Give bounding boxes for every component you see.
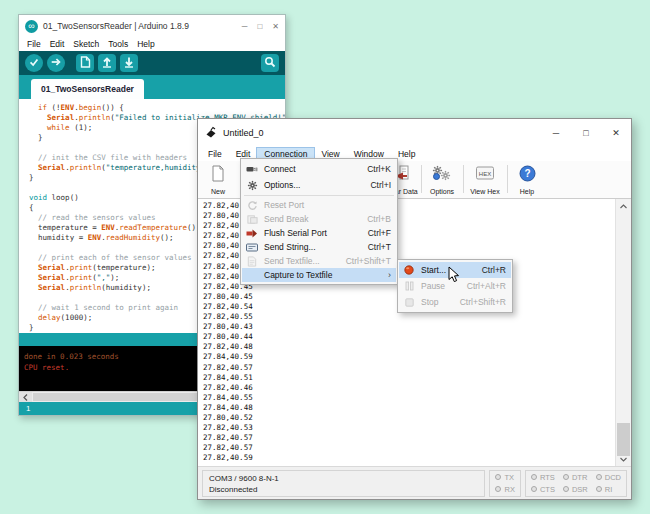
arduino-menu-file[interactable]: File bbox=[27, 39, 41, 49]
led-dot-icon bbox=[563, 474, 569, 480]
upload-button[interactable] bbox=[47, 54, 65, 72]
coolterm-app-icon bbox=[205, 124, 217, 142]
toolbar-button-view-hex[interactable]: HEXView Hex bbox=[465, 163, 505, 196]
menu-item-shortcut: Ctrl+T bbox=[368, 242, 391, 252]
code-line: if (!ENV.begin()) { bbox=[29, 103, 285, 113]
menu-item-label: Capture to Textfile bbox=[259, 270, 384, 280]
led-rx: RX bbox=[495, 485, 514, 494]
save-sketch-button[interactable] bbox=[120, 54, 138, 72]
led-label: RI bbox=[605, 485, 613, 494]
led-tx: TX bbox=[495, 473, 514, 482]
led-label: CTS bbox=[540, 485, 555, 494]
coolterm-titlebar[interactable]: Untitled_0 ─ □ ✕ bbox=[198, 119, 631, 146]
terminal-vertical-scrollbar[interactable] bbox=[615, 199, 631, 466]
minimize-icon[interactable]: ─ bbox=[242, 22, 248, 31]
led-label: RX bbox=[504, 485, 514, 494]
menu-item-options[interactable]: Options...Ctrl+I bbox=[242, 177, 396, 193]
menu-item-flush-serial-port[interactable]: Flush Serial PortCtrl+F bbox=[242, 226, 396, 240]
record-icon bbox=[402, 265, 416, 275]
stop-icon bbox=[402, 298, 416, 307]
options-gears-icon bbox=[432, 165, 452, 182]
pause-icon bbox=[402, 281, 416, 291]
menu-item-shortcut: Ctrl+K bbox=[367, 164, 391, 174]
led-dot-icon bbox=[495, 486, 501, 492]
scroll-left-icon[interactable] bbox=[19, 392, 32, 402]
arduino-menu-tools[interactable]: Tools bbox=[108, 39, 128, 49]
toolbar-button-options[interactable]: Options bbox=[423, 163, 461, 196]
led-label: TX bbox=[504, 473, 514, 482]
desktop-background: ∞ 01_TwoSensorsReader | Arduino 1.8.9 ─ … bbox=[0, 0, 650, 514]
led-cts: CTS bbox=[531, 485, 555, 494]
toolbar-button-label: View Hex bbox=[470, 188, 499, 195]
toolbar-button-label: Options bbox=[430, 188, 454, 195]
coolterm-statusbar: COM3 / 9600 8-N-1 Disconnected TXRX RTSC… bbox=[198, 466, 631, 499]
led-label: RTS bbox=[540, 473, 555, 482]
scroll-up-icon[interactable] bbox=[616, 199, 631, 213]
menu-item-label: Reset Port bbox=[259, 200, 391, 210]
minimize-icon[interactable]: ─ bbox=[541, 119, 571, 146]
led-label: DSR bbox=[572, 485, 588, 494]
toolbar-separator bbox=[421, 165, 422, 193]
close-icon[interactable]: ✕ bbox=[272, 22, 279, 31]
menu-item-shortcut: Ctrl+R bbox=[482, 265, 506, 275]
connection-info-panel: COM3 / 9600 8-N-1 Disconnected bbox=[202, 470, 485, 497]
menu-item-capture-to-textfile[interactable]: Capture to Textfile› bbox=[242, 268, 396, 282]
led-dot-icon bbox=[596, 486, 602, 492]
arduino-toolbar bbox=[19, 51, 285, 75]
open-sketch-button[interactable] bbox=[98, 54, 116, 72]
led-label: DCD bbox=[605, 473, 621, 482]
menu-item-shortcut: Ctrl+Shift+T bbox=[346, 256, 391, 266]
sketch-tab[interactable]: 01_TwoSensorsReader bbox=[31, 79, 144, 99]
port-settings: COM3 / 9600 8-N-1 bbox=[209, 473, 478, 484]
menu-item-send-string[interactable]: Send String...Ctrl+T bbox=[242, 240, 396, 254]
maximize-icon[interactable]: □ bbox=[571, 119, 601, 146]
led-dsr: DSR bbox=[563, 485, 588, 494]
handshake-column: DCDRI bbox=[596, 473, 621, 494]
connection-menu: ConnectCtrl+KOptions...Ctrl+IReset PortS… bbox=[240, 158, 398, 285]
handshake-indicator-panel: RTSCTSDTRDSRDCDRI bbox=[525, 470, 627, 497]
arduino-menu-sketch[interactable]: Sketch bbox=[73, 39, 99, 49]
menu-item-connect[interactable]: ConnectCtrl+K bbox=[242, 161, 396, 177]
serial-monitor-icon bbox=[264, 54, 276, 72]
led-ri: RI bbox=[596, 485, 621, 494]
submenu-arrow-icon: › bbox=[388, 270, 391, 280]
arduino-app-icon: ∞ bbox=[25, 20, 38, 33]
menu-item-shortcut: Ctrl+I bbox=[370, 180, 391, 190]
menu-item-shortcut: Ctrl+Alt+R bbox=[467, 281, 506, 291]
toolbar-button-help[interactable]: ?Help bbox=[509, 163, 545, 196]
scroll-down-icon[interactable] bbox=[616, 452, 631, 466]
txrx-column: TXRX bbox=[495, 473, 514, 494]
toolbar-separator bbox=[507, 165, 508, 193]
menu-item-label: Send String... bbox=[259, 242, 368, 252]
menu-item-shortcut: Ctrl+F bbox=[368, 228, 391, 238]
svg-text:HEX: HEX bbox=[479, 171, 491, 177]
send-string-icon bbox=[245, 242, 259, 253]
menu-item-shortcut: Ctrl+B bbox=[367, 214, 391, 224]
connect-icon bbox=[245, 164, 259, 175]
view-hex-icon: HEX bbox=[475, 165, 495, 182]
toolbar-button-new[interactable]: New bbox=[201, 163, 235, 196]
arduino-titlebar[interactable]: ∞ 01_TwoSensorsReader | Arduino 1.8.9 ─ … bbox=[19, 15, 285, 37]
verify-button[interactable] bbox=[25, 54, 43, 72]
send-break-icon bbox=[245, 214, 259, 225]
menu-item-label: Send Break bbox=[259, 214, 367, 224]
mouse-cursor bbox=[448, 266, 460, 288]
serial-monitor-button[interactable] bbox=[261, 54, 279, 72]
arduino-menu-edit[interactable]: Edit bbox=[50, 39, 65, 49]
arduino-window-controls: ─ □ ✕ bbox=[242, 22, 279, 31]
save-sketch-icon bbox=[123, 54, 135, 72]
close-icon[interactable]: ✕ bbox=[601, 119, 631, 146]
flush-port-icon bbox=[245, 228, 259, 239]
new-file-icon bbox=[210, 165, 226, 183]
menu-item-reset-port: Reset Port bbox=[242, 198, 396, 212]
coolterm-menu-file[interactable]: File bbox=[201, 148, 229, 160]
arduino-tabbar: 01_TwoSensorsReader bbox=[19, 75, 285, 99]
new-sketch-button[interactable] bbox=[76, 54, 94, 72]
gear-icon bbox=[245, 180, 259, 191]
connection-state: Disconnected bbox=[209, 484, 478, 495]
maximize-icon[interactable]: □ bbox=[257, 22, 262, 31]
menu-item-label: Connect bbox=[259, 164, 367, 174]
arduino-menu-help[interactable]: Help bbox=[137, 39, 154, 49]
arduino-window-title: 01_TwoSensorsReader | Arduino 1.8.9 bbox=[43, 21, 237, 31]
menu-item-label: Flush Serial Port bbox=[259, 228, 368, 238]
